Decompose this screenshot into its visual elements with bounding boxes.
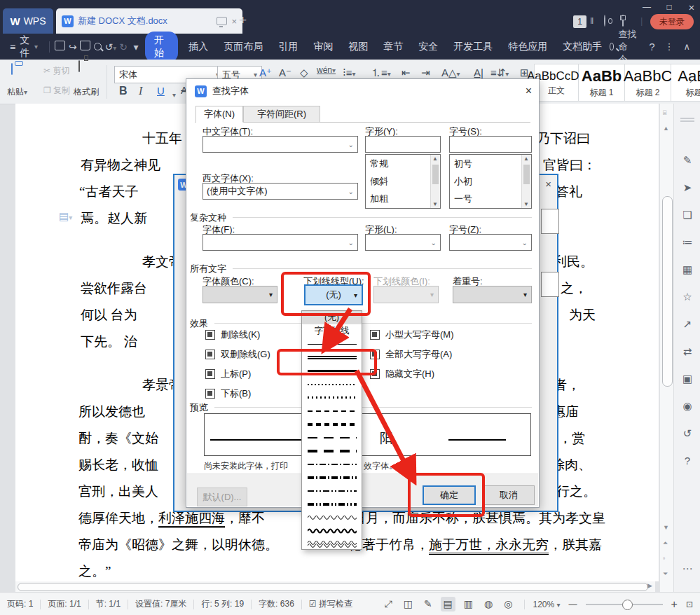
underline-option-double-wave[interactable] [302, 537, 362, 551]
effect-checkbox-下标(B)[interactable] [205, 389, 215, 399]
page-select-icon[interactable]: ▫ [663, 555, 665, 562]
style-card-正文[interactable]: AaBbCcDd正文 [535, 64, 579, 101]
maximize-button[interactable]: □ [659, 0, 680, 14]
task-count-badge[interactable]: 1 [573, 15, 586, 28]
underline-option-dash-dot-dot-heavy[interactable] [302, 497, 362, 511]
phonetic-guide-icon[interactable]: wén▾ [317, 65, 336, 75]
vscroll-thumb[interactable] [662, 196, 673, 387]
vertical-scrollbar[interactable]: ⌸ ▲ ▼ ⏶ ▫ ⏷ [659, 104, 674, 592]
status-item-0[interactable]: 页码: 1 [0, 598, 40, 610]
tab-0[interactable]: 插入 [181, 41, 216, 53]
underline-option-long-dash[interactable] [302, 431, 362, 444]
ink-edit-icon[interactable]: ✎ [421, 597, 435, 611]
read-layout-icon[interactable]: ◫ [401, 597, 416, 611]
size-option-0[interactable]: 初号 [450, 155, 531, 172]
clear-format-icon[interactable]: ◇ [300, 67, 308, 79]
sidebar-handle[interactable] [680, 118, 694, 119]
line-spacing-icon[interactable]: ≡⇵▾ [490, 67, 509, 79]
paragraph-tool-icon[interactable]: ▤▾ [59, 210, 72, 223]
paste-icon[interactable] [11, 64, 13, 74]
outline-view-icon[interactable]: ▥ [461, 597, 476, 611]
style-listbox[interactable]: 常规倾斜加粗▲▼ [365, 154, 441, 209]
style-option-0[interactable]: 常规 [366, 155, 440, 172]
dialog-close-icon[interactable]: × [526, 85, 532, 97]
text-effects-icon[interactable]: A△▾ [441, 67, 460, 79]
document-tab[interactable]: W 新建 DOCX 文档.docx × [56, 8, 242, 34]
cancel-button[interactable]: 取消 [483, 485, 535, 505]
highlight-icon[interactable]: A̲| [474, 67, 483, 78]
tab-char-spacing[interactable]: 字符间距(R) [243, 106, 320, 123]
adjust-settings-icon[interactable]: ≔ [674, 236, 700, 249]
bullet-list-icon[interactable]: ⁝≡▾ [343, 67, 356, 79]
fullscreen-icon[interactable]: ⤢ [381, 597, 394, 611]
underline-option-wave[interactable] [302, 511, 362, 524]
size-input[interactable] [449, 136, 532, 153]
underline-option-words[interactable]: 字下加线 [302, 324, 362, 338]
next-page-icon[interactable]: ⏷ [663, 570, 668, 578]
tab-6[interactable]: 安全 [411, 41, 446, 53]
format-painter-icon[interactable] [78, 61, 80, 71]
cut-button[interactable]: ✂ 剪切 [43, 65, 69, 77]
zoom-out-button[interactable]: — [569, 600, 577, 609]
tab-4[interactable]: 视图 [341, 41, 376, 53]
status-item-5[interactable]: 字数: 636 [252, 598, 301, 610]
new-tab-button[interactable]: + [239, 13, 247, 28]
more-icon[interactable]: ⋯ [674, 562, 700, 575]
underline-option-dash-dot-heavy[interactable] [302, 471, 362, 484]
prev-page-icon[interactable]: ⏶ [663, 539, 668, 547]
zoom-slider-knob[interactable] [622, 600, 633, 610]
scroll-up-icon[interactable]: ▲ [663, 125, 669, 132]
page-view-icon[interactable]: ▤ [441, 597, 455, 611]
tab-close-icon[interactable]: × [231, 16, 237, 27]
size-scrollbar[interactable]: ▲▼ [521, 155, 531, 208]
western-font-combo[interactable]: (使用中文字体)⌄ [203, 183, 358, 200]
status-item-2[interactable]: 节: 1/1 [89, 598, 128, 610]
save-icon[interactable] [54, 41, 67, 53]
underline-option-wave-heavy[interactable] [302, 524, 362, 537]
size-option-2[interactable]: 一号 [450, 190, 531, 207]
grow-font-icon[interactable]: A⁺ [259, 67, 272, 79]
heat-circle-icon[interactable] [604, 15, 605, 26]
wps-home-tab[interactable]: W WPS [3, 8, 53, 34]
tab-3[interactable]: 审阅 [306, 41, 341, 53]
underline-color-combo[interactable]: ▾ [373, 286, 439, 303]
screen-share-icon[interactable] [217, 17, 227, 25]
find-replace-close-icon[interactable]: × [545, 178, 551, 190]
decrease-indent-icon[interactable]: ⇤ [402, 67, 411, 79]
undo-icon[interactable]: ↺▾ [104, 41, 117, 53]
tab-2[interactable]: 引用 [270, 41, 306, 53]
more-menu-icon[interactable]: ⋮ [664, 41, 673, 52]
style-card-标题 2[interactable]: AaBbC标题 2 [625, 64, 671, 101]
effect-checkbox-小型大写字母(M)[interactable] [370, 330, 380, 340]
gallery-scroll-icon[interactable]: › [689, 75, 692, 85]
copy-button[interactable]: ❐ 复制 [43, 85, 70, 97]
tab-8[interactable]: 特色应用 [500, 41, 555, 53]
print-preview-icon[interactable] [92, 41, 104, 53]
zoom-slider[interactable] [586, 604, 663, 605]
tab-start[interactable]: 开始 [145, 32, 178, 62]
paste-button[interactable]: 粘贴▾ [7, 86, 27, 98]
default-button[interactable]: 默认(D)... [197, 488, 247, 506]
underline-option-long-dash-heavy[interactable] [302, 444, 362, 457]
style-input[interactable] [365, 136, 441, 153]
style-card-标题[interactable]: AaBl标题 [671, 64, 700, 101]
complex-font-combo[interactable]: ⌄ [203, 234, 358, 251]
tab-7[interactable]: 开发工具 [446, 41, 500, 53]
redo-icon[interactable]: ↻ [117, 41, 130, 53]
effect-checkbox-删除线(K)[interactable] [205, 330, 215, 340]
share-icon[interactable]: ↗ [674, 318, 700, 331]
print-icon[interactable] [79, 41, 92, 53]
shapes-icon[interactable]: ❏ [674, 209, 700, 221]
tab-1[interactable]: 页面布局 [216, 41, 270, 53]
export-icon[interactable]: ↪ [67, 41, 79, 53]
close-button[interactable]: × [681, 0, 700, 14]
ruler-toggle-icon[interactable]: ⌸ [663, 109, 666, 117]
style-card-标题 1[interactable]: AaBb标题 1 [579, 64, 625, 101]
hscroll-thumb[interactable] [18, 583, 648, 591]
underline-option-dash-dot-dot[interactable] [302, 484, 362, 497]
size-listbox[interactable]: 初号小初一号▲▼ [449, 154, 532, 209]
underline-option-dash-heavy[interactable] [302, 417, 362, 431]
image-gallery-icon[interactable]: ▦ [674, 263, 700, 276]
help-icon[interactable]: ? [649, 41, 654, 53]
spell-check-button[interactable]: ☑ 拼写检查 [302, 598, 359, 610]
